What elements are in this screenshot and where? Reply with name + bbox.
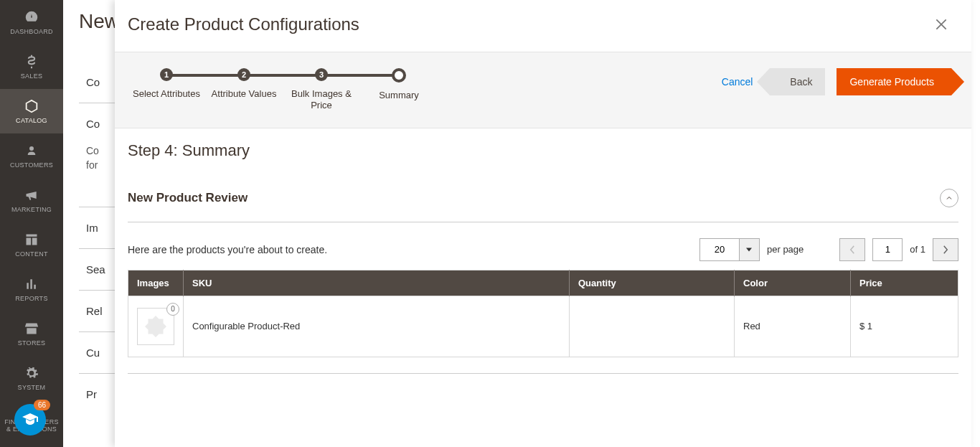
cell-price: $ 1 [851,296,958,357]
page-total-label: of 1 [910,244,925,255]
image-thumbnail[interactable]: 0 [137,308,174,345]
next-page-button[interactable] [933,238,958,261]
sidebar-label: REPORTS [15,296,47,303]
sidebar-item-customers[interactable]: CUSTOMERS [0,133,63,178]
step-dot: 3 [315,68,328,81]
per-page-select[interactable] [699,238,760,261]
generate-products-button[interactable]: Generate Products [837,68,951,95]
per-page-label: per page [767,244,804,255]
sidebar-item-stores[interactable]: STORES [0,311,63,356]
close-button[interactable] [931,14,951,39]
cell-sku: Configurable Product-Red [184,296,570,357]
col-header-color: Color [735,270,851,296]
sidebar-label: SALES [21,73,43,80]
person-icon [23,142,40,159]
sidebar-item-content[interactable]: CONTENT [0,222,63,267]
section-title: New Product Review [128,191,248,205]
help-bubble[interactable]: 66 [14,404,46,436]
gear-icon [23,364,40,382]
step-content: Step 4: Summary New Product Review Here … [115,128,971,387]
store-icon [23,320,40,337]
megaphone-icon [23,187,40,204]
wizard-steps-bar: 1 Select Attributes 2 Attribute Values 3… [115,52,971,128]
step-heading: Step 4: Summary [128,141,958,160]
sidebar-label: STORES [18,340,46,347]
sidebar-item-marketing[interactable]: MARKETING [0,178,63,222]
product-preview-table: Images SKU Quantity Color Price 0 Config… [128,270,958,357]
table-row: 0 Configurable Product-Red Red $ 1 [128,296,958,357]
step-attribute-values: 2 Attribute Values [205,68,283,100]
sidebar-label: SYSTEM [18,385,46,392]
sidebar-item-catalog[interactable]: CATALOG [0,89,63,133]
section-divider [128,373,958,374]
placeholder-icon [143,314,169,339]
col-header-price: Price [851,270,958,296]
sidebar-label: DASHBOARD [10,29,53,36]
dollar-icon [23,53,40,70]
section-header-row: New Product Review [128,189,958,222]
box-icon [23,98,40,115]
modal-header: Create Product Configurations [115,0,971,52]
step-dot-current [392,68,406,83]
per-page-value[interactable] [700,239,739,260]
table-header-row: Images SKU Quantity Color Price [128,270,958,296]
step-select-attributes: 1 Select Attributes [128,68,205,100]
page-number-input[interactable] [872,238,903,261]
cancel-link[interactable]: Cancel [722,76,753,88]
sidebar-label: CONTENT [15,251,48,258]
toolbar-note: Here are the products you're about to cr… [128,244,327,255]
prev-page-button[interactable] [839,238,865,261]
close-icon [934,17,948,32]
sidebar-label: CATALOG [16,118,47,125]
sidebar-label: MARKETING [11,207,52,214]
modal-title: Create Product Configurations [128,14,359,34]
col-header-images: Images [128,270,184,296]
cell-images: 0 [128,296,184,357]
caret-down-icon [746,247,752,253]
create-configurations-modal: Create Product Configurations 1 Select A… [115,0,971,447]
gauge-icon [23,9,40,26]
wizard-actions: Cancel Back Generate Products [722,68,951,95]
back-button[interactable]: Back [770,68,825,95]
cell-color: Red [735,296,851,357]
steps-track: 1 Select Attributes 2 Attribute Values 3… [128,68,438,112]
admin-sidebar: DASHBOARD SALES CATALOG CUSTOMERS MARKET… [0,0,63,447]
step-label: Select Attributes [133,88,200,100]
bars-icon [23,276,40,293]
cell-quantity [570,296,735,357]
chevron-up-icon [945,194,953,202]
grid-toolbar: Here are the products you're about to cr… [128,238,958,261]
step-dot: 1 [160,68,173,81]
image-count-badge: 0 [166,303,179,316]
notification-badge: 66 [34,400,50,410]
graduation-icon [22,411,39,428]
sidebar-item-system[interactable]: SYSTEM [0,356,63,400]
col-header-sku: SKU [184,270,570,296]
chevron-left-icon [849,245,855,254]
sidebar-item-sales[interactable]: SALES [0,44,63,89]
step-label: Bulk Images & Price [283,88,360,112]
collapse-button[interactable] [940,189,958,207]
pager: per page of 1 [699,238,958,261]
sidebar-label: CUSTOMERS [10,162,53,169]
layout-icon [23,231,40,248]
sidebar-item-dashboard[interactable]: DASHBOARD [0,0,63,44]
step-summary: Summary [360,68,438,101]
step-label: Summary [379,90,419,101]
col-header-quantity: Quantity [570,270,735,296]
step-label: Attribute Values [212,88,277,100]
sidebar-item-reports[interactable]: REPORTS [0,267,63,311]
chevron-right-icon [943,245,948,254]
per-page-dropdown-button[interactable] [739,239,759,260]
step-dot: 2 [237,68,250,81]
